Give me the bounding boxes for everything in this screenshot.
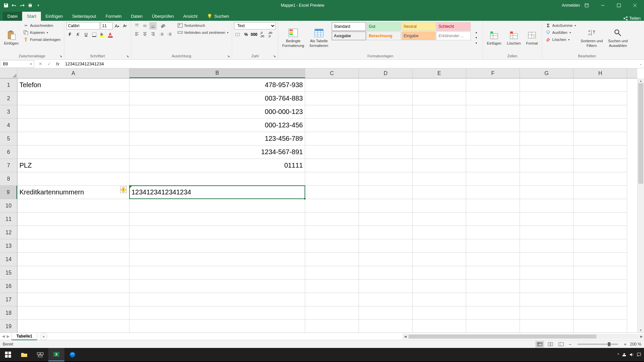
normal-view-icon[interactable] — [535, 341, 544, 348]
cell-styles-gallery[interactable]: Standard Gut Neutral Schlecht Ausgabe Be… — [332, 22, 471, 53]
format-as-table-button[interactable]: Als Tabelle formatieren — [308, 22, 330, 53]
cell-B18[interactable] — [129, 306, 305, 320]
styles-scroll-down-icon[interactable]: ▾ — [473, 35, 480, 41]
cell-E18[interactable] — [413, 306, 466, 320]
cell-D12[interactable] — [359, 226, 413, 239]
sheet-nav-next-icon[interactable]: ▶ — [7, 334, 9, 339]
tab-start[interactable]: Start — [22, 12, 41, 21]
tab-seitenlayout[interactable]: Seitenlayout — [67, 12, 101, 21]
cell-B10[interactable] — [129, 199, 305, 213]
font-color-button[interactable]: A — [107, 31, 114, 38]
hscroll-left-icon[interactable]: ◀ — [402, 334, 408, 339]
col-header-D[interactable]: D — [359, 68, 413, 78]
enter-formula-icon[interactable]: ✓ — [45, 60, 53, 68]
task-view-icon[interactable] — [32, 348, 48, 361]
cell-B5[interactable]: 123-456-789 — [129, 132, 305, 145]
cell-H11[interactable] — [574, 213, 627, 226]
cell-E6[interactable] — [413, 145, 466, 159]
increase-indent-icon[interactable] — [166, 31, 173, 38]
cell-G17[interactable] — [520, 293, 574, 306]
edge-icon[interactable] — [64, 348, 80, 361]
cell-D14[interactable] — [359, 253, 413, 266]
cell-A15[interactable] — [17, 266, 129, 280]
tab-formeln[interactable]: Formeln — [101, 12, 126, 21]
row-header-1[interactable]: 1 — [0, 78, 17, 92]
cell-H17[interactable] — [574, 293, 627, 306]
cell-D19[interactable] — [359, 320, 413, 333]
cell-B4[interactable]: 000-123-456 — [129, 119, 305, 132]
cell-E2[interactable] — [413, 92, 466, 105]
cell-C12[interactable] — [305, 226, 359, 239]
cell-G14[interactable] — [520, 253, 574, 266]
cell-D13[interactable] — [359, 239, 413, 253]
cell-B11[interactable] — [129, 213, 305, 226]
cell-G19[interactable] — [520, 320, 574, 333]
align-left-icon[interactable] — [133, 30, 141, 38]
ribbon-display-icon[interactable] — [579, 0, 594, 11]
cell-A11[interactable] — [17, 213, 129, 226]
cell-A2[interactable] — [17, 92, 129, 105]
cell-A8[interactable] — [17, 172, 129, 186]
cell-G13[interactable] — [520, 239, 574, 253]
hscroll-right-icon[interactable]: ▶ — [639, 334, 644, 339]
cell-G3[interactable] — [520, 105, 574, 119]
cell-F1[interactable] — [466, 78, 520, 92]
cell-E7[interactable] — [413, 159, 466, 172]
number-format-select[interactable]: Text — [234, 22, 276, 29]
cell-A3[interactable] — [17, 105, 129, 119]
tab-ansicht[interactable]: Ansicht — [178, 12, 202, 21]
align-bottom-icon[interactable] — [149, 22, 157, 29]
add-sheet-button[interactable]: + — [40, 333, 47, 340]
cell-G16[interactable] — [520, 280, 574, 293]
cell-H2[interactable] — [574, 92, 627, 105]
cell-A13[interactable] — [17, 239, 129, 253]
cell-E8[interactable] — [413, 172, 466, 186]
paste-button[interactable]: Einfügen — [2, 22, 20, 53]
style-eingabe[interactable]: Eingabe — [401, 32, 436, 40]
cell-B3[interactable]: 000-000-123 — [129, 105, 305, 119]
cell-H16[interactable] — [574, 280, 627, 293]
style-gut[interactable]: Gut — [367, 22, 401, 31]
col-header-C[interactable]: C — [305, 68, 359, 78]
row-header-9[interactable]: 9 — [0, 186, 17, 199]
cell-D10[interactable] — [359, 199, 413, 213]
cell-B14[interactable] — [129, 253, 305, 266]
cell-E15[interactable] — [413, 266, 466, 280]
col-header-B[interactable]: B — [129, 68, 305, 78]
cell-G4[interactable] — [520, 119, 574, 132]
cell-D2[interactable] — [359, 92, 413, 105]
align-center-icon[interactable] — [141, 30, 149, 38]
cell-B1[interactable]: 478-957-938 — [129, 78, 305, 92]
row-header-11[interactable]: 11 — [0, 213, 17, 226]
cell-E16[interactable] — [413, 280, 466, 293]
file-explorer-icon[interactable] — [16, 348, 32, 361]
cell-F16[interactable] — [466, 280, 520, 293]
increase-decimal-icon[interactable]: ,0,00 — [258, 31, 266, 38]
cell-F18[interactable] — [466, 306, 520, 320]
cell-C2[interactable] — [305, 92, 359, 105]
cell-D9[interactable] — [359, 186, 413, 199]
sort-filter-button[interactable]: AZ Sortieren und Filtern — [579, 22, 605, 53]
cell-C15[interactable] — [305, 266, 359, 280]
cell-D7[interactable] — [359, 159, 413, 172]
orientation-button[interactable]: ab — [158, 22, 168, 29]
align-top-icon[interactable] — [133, 22, 141, 29]
cell-H9[interactable] — [574, 186, 627, 199]
font-launcher[interactable]: ⬊ — [125, 54, 130, 59]
cell-G5[interactable] — [520, 132, 574, 145]
start-button[interactable] — [0, 348, 16, 361]
cut-button[interactable]: ✂Ausschneiden — [22, 22, 62, 29]
tab-datei[interactable]: Datei — [3, 12, 22, 21]
delete-cells-button[interactable]: Löschen — [505, 22, 523, 53]
tab-uberprufen[interactable]: Überprüfen — [147, 12, 178, 21]
row-header-18[interactable]: 18 — [0, 306, 17, 320]
cell-C11[interactable] — [305, 213, 359, 226]
cell-B6[interactable]: 1234-567-891 — [129, 145, 305, 159]
cell-F14[interactable] — [466, 253, 520, 266]
tab-suchen[interactable]: 💡Suchen — [202, 12, 234, 21]
cell-G2[interactable] — [520, 92, 574, 105]
cell-A18[interactable] — [17, 306, 129, 320]
cell-H14[interactable] — [574, 253, 627, 266]
cell-H4[interactable] — [574, 119, 627, 132]
cell-D15[interactable] — [359, 266, 413, 280]
